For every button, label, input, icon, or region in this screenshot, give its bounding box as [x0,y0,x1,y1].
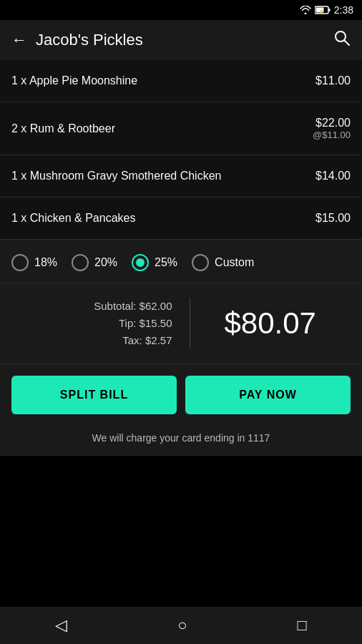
tip-option-18[interactable]: 18% [11,254,57,271]
order-item-name: 1 x Chicken & Pancakes [11,212,315,225]
radio-custom[interactable] [192,254,209,271]
summary-section: Subtotal: $62.00 Tip: $15.50 Tax: $2.57 … [0,283,362,364]
subtotal-row: Subtotal: $62.00 [94,298,172,315]
header: ← Jacob's Pickles [0,20,362,60]
nav-recent-button[interactable]: □ [298,616,307,635]
order-item-price: $22.00 [313,117,351,130]
status-bar: ⚡ 2:38 [0,0,362,20]
tip-row: Tip: $15.50 [119,315,172,332]
nav-back-button[interactable]: ◁ [55,616,67,635]
order-item-name: 2 x Rum & Rootbeer [11,122,313,135]
order-item-price: $14.00 [315,170,351,182]
back-button[interactable]: ← [11,31,27,49]
tip-section: 18% 20% 25% Custom [0,240,362,283]
wifi-icon [300,6,311,14]
total-section: $80.07 [190,306,351,341]
tip-option-20[interactable]: 20% [72,254,117,271]
page-title: Jacob's Pickles [36,31,143,49]
nav-bar: ◁ ○ □ [0,607,362,644]
tip-option-25[interactable]: 25% [132,254,177,271]
order-item-price: $15.00 [315,212,351,225]
card-info-text: We will charge your card ending in 1117 [92,432,270,444]
svg-line-5 [345,41,350,46]
order-item: 1 x Apple Pie Moonshine $11.00 [0,60,362,102]
tip-label-18: 18% [34,256,57,269]
radio-25[interactable] [132,254,149,271]
order-item-name: 1 x Mushroom Gravy Smothered Chicken [11,170,315,182]
header-left: ← Jacob's Pickles [11,31,143,49]
tip-options: 18% 20% 25% Custom [11,254,351,271]
order-item: 2 x Rum & Rootbeer $22.00 @$11.00 [0,102,362,155]
order-item-unit-price: @$11.00 [313,130,351,140]
tax-row: Tax: $2.57 [122,332,172,349]
order-item: 1 x Chicken & Pancakes $15.00 [0,197,362,240]
battery-icon: ⚡ [315,6,331,14]
pay-now-button[interactable]: PAY NOW [185,376,351,414]
order-item-price: $11.00 [315,74,351,87]
order-list: 1 x Apple Pie Moonshine $11.00 2 x Rum &… [0,60,362,240]
split-bill-button[interactable]: SPLIT BILL [11,376,177,414]
svg-rect-1 [328,9,330,11]
total-amount: $80.07 [225,306,316,341]
radio-20[interactable] [72,254,89,271]
status-time: 2:38 [334,4,353,16]
tip-label-25: 25% [155,256,177,269]
tip-label-20: 20% [94,256,117,269]
svg-text:⚡: ⚡ [318,8,325,14]
radio-inner-25 [136,258,145,267]
tip-option-custom[interactable]: Custom [192,254,254,271]
card-info-section: We will charge your card ending in 1117 [0,426,362,456]
nav-home-button[interactable]: ○ [177,616,187,635]
tip-label-custom: Custom [215,256,254,269]
order-item: 1 x Mushroom Gravy Smothered Chicken $14… [0,155,362,197]
action-buttons: SPLIT BILL PAY NOW [0,364,362,426]
order-item-name: 1 x Apple Pie Moonshine [11,74,315,87]
summary-breakdown: Subtotal: $62.00 Tip: $15.50 Tax: $2.57 [11,298,190,349]
search-icon[interactable] [333,29,351,51]
status-icons: ⚡ 2:38 [300,4,353,16]
radio-18[interactable] [11,254,29,271]
